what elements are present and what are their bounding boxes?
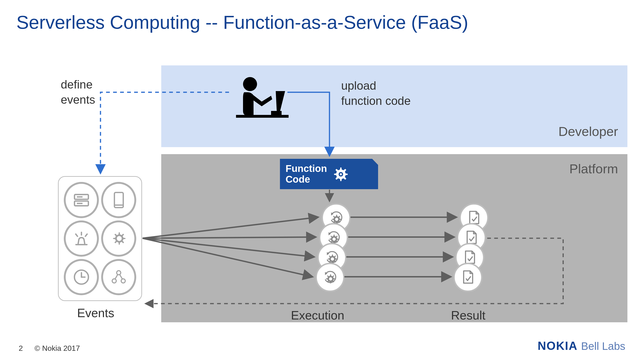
events-panel xyxy=(58,176,142,301)
exec-node-4 xyxy=(316,263,345,292)
function-code-box: Function Code xyxy=(280,159,378,189)
alarm-icon xyxy=(64,220,99,257)
fc-line1: Function xyxy=(286,163,327,174)
svg-point-20 xyxy=(116,271,121,275)
define-text: define xyxy=(61,77,95,92)
graph-icon xyxy=(101,259,136,295)
define-events-label: define events xyxy=(61,77,95,107)
svg-point-5 xyxy=(340,173,342,175)
svg-line-15 xyxy=(85,234,87,236)
nokia-text: NOKIA xyxy=(538,339,578,353)
svg-point-26 xyxy=(335,218,338,221)
svg-point-22 xyxy=(121,279,126,283)
platform-region: Platform xyxy=(161,154,628,322)
svg-line-23 xyxy=(115,274,118,279)
svg-point-32 xyxy=(329,277,332,281)
bell-labs-text: Bell Labs xyxy=(581,340,625,353)
svg-point-30 xyxy=(331,257,334,261)
events-caption: Events xyxy=(77,306,114,320)
page-title: Serverless Computing -- Function-as-a-Se… xyxy=(16,12,468,33)
copyright: © Nokia 2017 xyxy=(34,344,80,353)
nokia-bell-labs-logo: NOKIA Bell Labs xyxy=(538,339,625,353)
fc-line2: Code xyxy=(286,174,327,185)
upload-label: upload function code xyxy=(341,78,410,109)
developer-label: Developer xyxy=(558,124,618,139)
gear-icon xyxy=(332,165,349,183)
svg-point-21 xyxy=(112,279,116,283)
footer: 2 © Nokia 2017 xyxy=(19,344,80,353)
page-number: 2 xyxy=(19,344,23,353)
platform-label: Platform xyxy=(570,161,618,176)
phone-icon xyxy=(101,182,136,218)
execution-caption: Execution xyxy=(291,308,344,322)
svg-point-16 xyxy=(116,236,122,241)
function-code-text: function code xyxy=(341,93,410,109)
clock-icon xyxy=(64,259,99,295)
server-icon xyxy=(64,182,99,218)
svg-rect-0 xyxy=(161,154,628,322)
result-node-4 xyxy=(453,263,482,292)
upload-text: upload xyxy=(341,78,410,93)
gear-icon xyxy=(101,220,136,257)
svg-line-24 xyxy=(120,274,122,279)
svg-line-14 xyxy=(76,234,78,236)
result-caption: Result xyxy=(451,308,485,322)
events-text: events xyxy=(61,92,95,107)
svg-point-28 xyxy=(332,238,336,241)
